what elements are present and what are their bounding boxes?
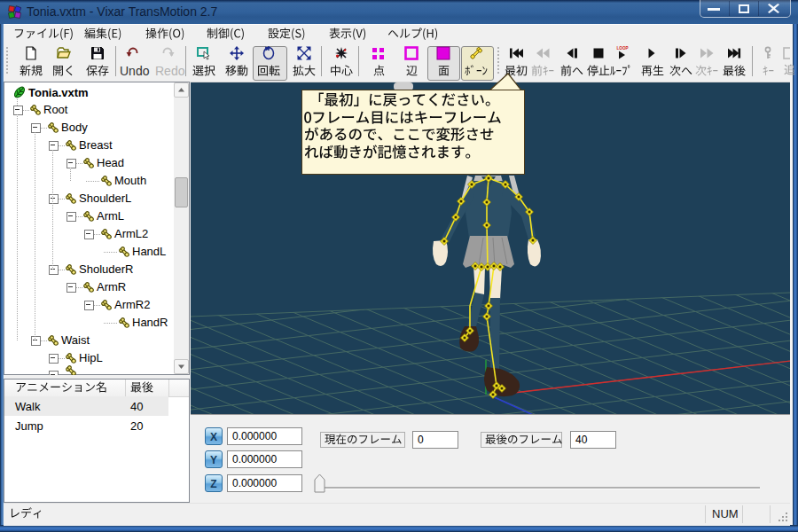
svg-text:LOOP: LOOP [617, 46, 629, 51]
